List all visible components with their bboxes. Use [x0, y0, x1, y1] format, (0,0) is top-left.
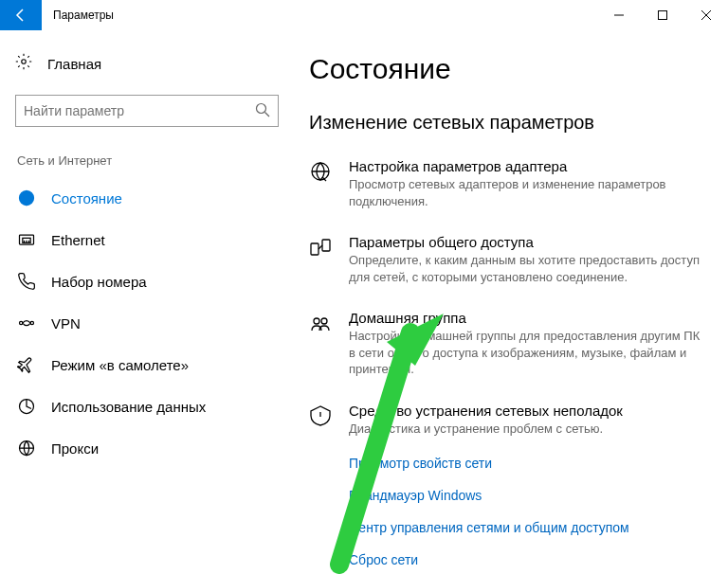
proxy-icon [17, 439, 36, 457]
close-icon [701, 10, 711, 20]
sidebar-item-airplane[interactable]: Режим «в самолете» [15, 344, 279, 386]
setting-desc: Просмотр сетевых адаптеров и изменение п… [349, 176, 709, 209]
maximize-icon [658, 10, 667, 20]
close-button[interactable] [684, 0, 728, 30]
setting-name: Средство устранения сетевых неполадок [349, 403, 709, 419]
link-network-properties[interactable]: Просмотр свойств сети [349, 456, 709, 471]
setting-sharing[interactable]: Параметры общего доступа Определите, к к… [309, 234, 709, 285]
sidebar-item-label: Использование данных [51, 399, 206, 415]
sidebar: Главная Сеть и Интернет Состояние Ethern… [0, 30, 294, 574]
home-button[interactable]: Главная [15, 47, 279, 80]
gear-icon [15, 53, 32, 74]
sidebar-item-status[interactable]: Состояние [15, 177, 279, 219]
svg-point-3 [257, 103, 266, 113]
sharing-icon [309, 236, 332, 259]
link-list: Просмотр свойств сети Брандмауэр Windows… [349, 456, 709, 567]
svg-point-11 [20, 321, 23, 324]
back-button[interactable] [0, 0, 42, 30]
main-content: Состояние Изменение сетевых параметров Н… [294, 30, 728, 574]
sidebar-item-datausage[interactable]: Использование данных [15, 386, 279, 427]
vpn-icon [17, 314, 36, 332]
troubleshoot-icon [309, 404, 332, 427]
setting-name: Настройка параметров адаптера [349, 158, 709, 174]
minimize-button[interactable] [597, 0, 641, 30]
setting-desc: Определите, к каким данным вы хотите пре… [349, 252, 709, 285]
setting-name: Параметры общего доступа [349, 234, 709, 250]
svg-point-12 [30, 321, 33, 324]
setting-name: Домашняя группа [349, 310, 709, 326]
setting-desc: Настройка домашней группы для предоставл… [349, 328, 709, 378]
arrow-left-icon [13, 8, 28, 23]
setting-troubleshoot[interactable]: Средство устранения сетевых неполадок Ди… [309, 403, 709, 438]
search-icon [255, 102, 270, 120]
section-title: Изменение сетевых параметров [309, 112, 709, 134]
setting-desc: Диагностика и устранение проблем с сетью… [349, 421, 709, 438]
category-header: Сеть и Интернет [15, 153, 279, 168]
sidebar-item-label: Набор номера [51, 274, 147, 290]
sidebar-item-label: Состояние [51, 190, 122, 206]
svg-line-4 [265, 112, 270, 117]
svg-point-18 [314, 318, 319, 324]
sidebar-item-proxy[interactable]: Прокси [15, 427, 279, 469]
setting-adapter[interactable]: Настройка параметров адаптера Просмотр с… [309, 158, 709, 209]
minimize-icon [614, 10, 624, 20]
maximize-button[interactable] [641, 0, 684, 30]
search-box[interactable] [15, 95, 279, 127]
sidebar-item-ethernet[interactable]: Ethernet [15, 219, 279, 260]
svg-point-2 [22, 60, 27, 64]
data-usage-icon [17, 397, 36, 416]
ethernet-icon [17, 230, 36, 249]
app-title: Параметры [53, 9, 114, 22]
sidebar-item-dialup[interactable]: Набор номера [15, 260, 279, 302]
sidebar-item-label: Режим «в самолете» [51, 357, 189, 373]
svg-rect-1 [659, 10, 667, 19]
homegroup-icon [309, 312, 332, 334]
sidebar-item-label: Ethernet [51, 232, 105, 248]
adapter-icon [309, 160, 332, 183]
airplane-icon [17, 355, 36, 374]
setting-homegroup[interactable]: Домашняя группа Настройка домашней групп… [309, 310, 709, 378]
phone-icon [17, 272, 36, 291]
sidebar-item-vpn[interactable]: VPN [15, 302, 279, 344]
window-controls [597, 0, 728, 30]
titlebar: Параметры [0, 0, 728, 30]
link-network-reset[interactable]: Сброс сети [349, 552, 709, 567]
home-label: Главная [47, 56, 101, 72]
svg-rect-17 [322, 240, 330, 251]
search-input[interactable] [24, 103, 255, 118]
link-firewall[interactable]: Брандмауэр Windows [349, 488, 709, 503]
link-network-center[interactable]: Центр управления сетями и общим доступом [349, 520, 709, 535]
svg-point-19 [321, 318, 327, 324]
page-title: Состояние [309, 53, 709, 85]
sidebar-item-label: VPN [51, 315, 81, 332]
svg-rect-16 [311, 243, 318, 255]
sidebar-item-label: Прокси [51, 440, 99, 457]
status-icon [17, 188, 36, 207]
